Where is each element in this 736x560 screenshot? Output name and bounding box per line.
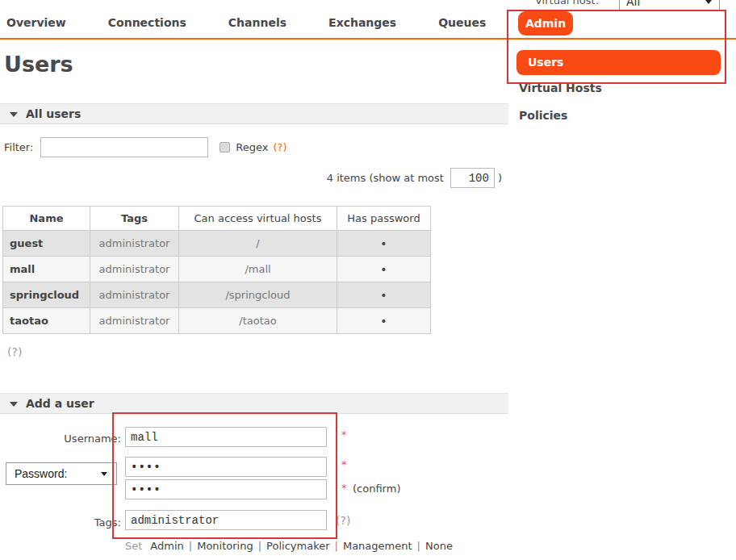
table-header-row: Name Tags Can access virtual hosts Has p… (3, 207, 431, 231)
regex-label: Regex (236, 141, 268, 153)
separator: | (189, 540, 192, 552)
tab-channels[interactable]: Channels (228, 16, 286, 29)
virtual-host-select[interactable]: All (619, 0, 720, 11)
password-type-select[interactable]: Password: (6, 462, 117, 485)
virtual-host-label: Virtual host: (535, 0, 599, 6)
add-user-section-label: Add a user (26, 397, 94, 410)
column-header-tags: Tags (90, 207, 179, 231)
required-marker: * (341, 428, 347, 441)
has-password-dot: • (337, 282, 431, 308)
table-row: guest administrator / • (3, 231, 431, 257)
separator: | (335, 540, 338, 552)
items-count-suffix: ) (498, 172, 502, 184)
username-label: Username: (32, 433, 121, 445)
user-tags: administrator (90, 308, 179, 334)
tab-exchanges[interactable]: Exchanges (328, 16, 396, 29)
tab-connections[interactable]: Connections (108, 16, 186, 29)
nav-underline (0, 38, 736, 40)
tag-link-monitoring[interactable]: Monitoring (197, 540, 253, 552)
tab-overview[interactable]: Overview (6, 16, 66, 29)
column-header-name: Name (3, 207, 90, 231)
tag-link-admin[interactable]: Admin (150, 540, 183, 552)
tags-label: Tags: (32, 516, 121, 529)
sidebar-item-policies[interactable]: Policies (519, 109, 567, 122)
filter-label: Filter: (4, 141, 33, 153)
page-title: Users (4, 52, 73, 77)
required-marker: * (341, 482, 347, 494)
tag-link-policymaker[interactable]: Policymaker (266, 540, 329, 552)
user-name-link[interactable]: guest (3, 231, 90, 257)
filter-row: Filter: Regex (?) (4, 136, 287, 157)
chevron-down-icon (101, 472, 107, 476)
required-marker: * (341, 458, 347, 470)
set-tags-row: Set Admin | Monitoring | Policymaker | M… (125, 540, 453, 552)
add-user-section-header[interactable]: Add a user (0, 393, 508, 414)
user-vhosts: /springcloud (179, 282, 337, 308)
tab-admin[interactable]: Admin (518, 11, 573, 36)
password-type-value: Password: (15, 467, 67, 480)
user-tags: administrator (90, 231, 179, 257)
filter-input[interactable] (40, 137, 208, 157)
user-name-link[interactable]: mall (3, 257, 90, 282)
tags-field[interactable] (125, 510, 327, 530)
tag-link-management[interactable]: Management (343, 540, 412, 552)
items-count-text: 4 items (show at most (327, 172, 444, 184)
items-count-row: 4 items (show at most ) (0, 168, 502, 188)
password-confirm-field[interactable] (125, 479, 327, 499)
separator: | (258, 540, 261, 552)
user-vhosts: / (179, 231, 337, 257)
all-users-section-header[interactable]: All users (0, 103, 508, 124)
column-header-haspassword: Has password (337, 207, 431, 231)
users-table: Name Tags Can access virtual hosts Has p… (2, 206, 431, 334)
column-header-vhosts: Can access virtual hosts (179, 207, 337, 231)
separator: | (417, 540, 420, 552)
virtual-host-value: All (626, 0, 640, 8)
show-at-most-input[interactable] (450, 168, 495, 188)
sidebar-item-users[interactable]: Users (516, 50, 721, 75)
user-vhosts: /mall (179, 257, 337, 282)
chevron-down-icon (705, 0, 712, 4)
collapse-icon (10, 112, 18, 117)
all-users-section-label: All users (26, 107, 81, 120)
regex-checkbox[interactable] (220, 142, 230, 153)
confirm-note: (confirm) (353, 483, 400, 495)
has-password-dot: • (337, 257, 431, 282)
collapse-icon (10, 402, 18, 407)
regex-help-link[interactable]: (?) (274, 141, 287, 153)
nav-tabs: Overview Connections Channels Exchanges … (6, 16, 486, 29)
table-row: springcloud administrator /springcloud • (3, 282, 431, 308)
table-help-link[interactable]: (?) (7, 345, 22, 358)
has-password-dot: • (337, 308, 431, 334)
username-field[interactable] (125, 427, 327, 447)
table-row: mall administrator /mall • (3, 257, 431, 282)
table-row: taotao administrator /taotao • (3, 308, 431, 334)
user-name-link[interactable]: springcloud (3, 282, 90, 308)
tag-link-none[interactable]: None (425, 540, 453, 552)
user-vhosts: /taotao (179, 308, 337, 334)
password-field[interactable] (125, 457, 327, 477)
user-tags: administrator (90, 257, 179, 282)
tab-queues[interactable]: Queues (438, 16, 486, 29)
tags-help-link[interactable]: (?) (336, 514, 350, 527)
has-password-dot: • (337, 231, 431, 257)
set-label: Set (125, 540, 142, 552)
sidebar-item-virtual-hosts[interactable]: Virtual Hosts (519, 81, 602, 94)
user-name-link[interactable]: taotao (3, 308, 90, 334)
user-tags: administrator (90, 282, 179, 308)
